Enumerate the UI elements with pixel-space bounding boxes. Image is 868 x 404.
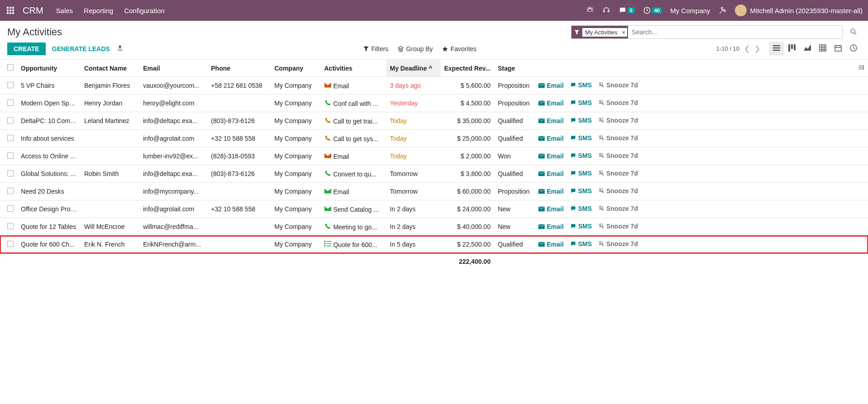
favorites-button[interactable]: Favorites <box>442 45 477 52</box>
cell-contact[interactable] <box>81 183 139 200</box>
sms-action-button[interactable]: SMS <box>570 205 592 212</box>
email-action-button[interactable]: Email <box>538 100 563 107</box>
cell-contact[interactable]: Will McEncroe <box>81 218 139 236</box>
cell-activity[interactable]: Meeting to go... <box>321 218 386 236</box>
cell-opportunity[interactable]: Global Solutions: ... <box>17 165 81 183</box>
sms-action-button[interactable]: SMS <box>570 81 592 89</box>
cell-opportunity[interactable]: Need 20 Desks <box>17 183 81 200</box>
cell-opportunity[interactable]: 5 VP Chairs <box>17 77 81 95</box>
cell-activity[interactable]: Call to get trai... <box>321 112 386 130</box>
search-input[interactable] <box>628 29 842 36</box>
col-stage[interactable]: Stage <box>494 60 535 77</box>
cell-phone[interactable]: +32 10 588 558 <box>207 200 271 218</box>
cell-stage[interactable]: Qualified <box>494 165 535 183</box>
col-contact[interactable]: Contact Name <box>81 60 139 77</box>
cell-expected-rev[interactable]: $ 4,500.00 <box>441 95 494 112</box>
cell-stage[interactable]: Proposition <box>494 95 535 112</box>
col-company[interactable]: Company <box>271 60 321 77</box>
company-switcher[interactable]: My Company <box>670 7 710 14</box>
cell-expected-rev[interactable]: $ 35,000.00 <box>441 112 494 130</box>
cell-expected-rev[interactable]: $ 22,500.00 <box>441 236 494 253</box>
apps-icon[interactable] <box>5 5 15 15</box>
debug-icon[interactable] <box>586 6 594 14</box>
cell-email[interactable]: info@deltapc.exa... <box>139 165 207 183</box>
menu-sales[interactable]: Sales <box>56 7 73 14</box>
cell-deadline[interactable]: Today <box>386 130 441 147</box>
cell-activity[interactable]: Email <box>321 147 386 165</box>
cell-company[interactable]: My Company <box>271 77 321 95</box>
email-action-button[interactable]: Email <box>538 205 563 213</box>
col-expected-rev[interactable]: Expected Rev... <box>441 60 494 77</box>
cell-deadline[interactable]: In 2 days <box>386 200 441 218</box>
row-checkbox[interactable] <box>7 117 14 124</box>
cell-email[interactable]: info@mycompany... <box>139 183 207 200</box>
cell-contact[interactable]: Erik N. French <box>81 236 139 253</box>
cell-company[interactable]: My Company <box>271 200 321 218</box>
cell-company[interactable]: My Company <box>271 147 321 165</box>
col-opportunity[interactable]: Opportunity <box>17 60 81 77</box>
cell-email[interactable]: henry@elight.com <box>139 95 207 112</box>
cell-phone[interactable] <box>207 183 271 200</box>
cell-opportunity[interactable]: Quote for 12 Tables <box>17 218 81 236</box>
menu-reporting[interactable]: Reporting <box>84 7 113 14</box>
table-row[interactable]: DeltaPC: 10 Comp... Leland Martinez info… <box>0 112 868 130</box>
cell-email[interactable]: lumber-inv92@ex... <box>139 147 207 165</box>
snooze-action-button[interactable]: Snooze 7d <box>598 99 638 106</box>
cell-deadline[interactable]: Yesterday <box>386 95 441 112</box>
cell-stage[interactable]: Qualified <box>494 112 535 130</box>
sms-action-button[interactable]: SMS <box>570 170 592 177</box>
generate-leads-button[interactable]: GENERATE LEADS <box>52 45 110 52</box>
optional-columns-icon[interactable] <box>854 60 868 77</box>
cell-company[interactable]: My Company <box>271 165 321 183</box>
cell-email[interactable]: willmac@rediffma... <box>139 218 207 236</box>
search-icon[interactable] <box>846 28 861 37</box>
table-row[interactable]: Modern Open Spa... Henry Jordan henry@el… <box>0 95 868 112</box>
sms-action-button[interactable]: SMS <box>570 134 592 142</box>
pager-next-icon[interactable]: ❯ <box>754 44 760 53</box>
cell-company[interactable]: My Company <box>271 130 321 147</box>
support-icon[interactable] <box>602 6 610 14</box>
row-checkbox[interactable] <box>7 170 14 176</box>
facet-remove-icon[interactable]: × <box>620 28 628 37</box>
email-action-button[interactable]: Email <box>538 152 563 160</box>
cell-stage[interactable]: Won <box>494 147 535 165</box>
cell-email[interactable]: vauxoo@yourcom... <box>139 77 207 95</box>
cell-activity[interactable]: Conf call with ... <box>321 95 386 112</box>
view-activity-icon[interactable] <box>846 42 861 56</box>
cell-email[interactable]: ErikNFrench@arm... <box>139 236 207 253</box>
cell-contact[interactable]: Leland Martinez <box>81 112 139 130</box>
email-action-button[interactable]: Email <box>538 188 563 195</box>
cell-contact[interactable]: Henry Jordan <box>81 95 139 112</box>
tools-icon[interactable] <box>719 6 727 14</box>
row-checkbox[interactable] <box>7 100 14 106</box>
snooze-action-button[interactable]: Snooze 7d <box>598 223 638 230</box>
cell-stage[interactable]: Proposition <box>494 183 535 200</box>
sms-action-button[interactable]: SMS <box>570 240 592 247</box>
cell-activity[interactable]: Email <box>321 77 386 95</box>
view-graph-icon[interactable] <box>800 42 815 56</box>
cell-deadline[interactable]: In 5 days <box>386 236 441 253</box>
cell-phone[interactable] <box>207 218 271 236</box>
table-row[interactable]: 5 VP Chairs Benjamin Flores vauxoo@yourc… <box>0 77 868 95</box>
cell-stage[interactable]: New <box>494 200 535 218</box>
cell-deadline[interactable]: Tomorrow <box>386 183 441 200</box>
cell-email[interactable]: info@agrolait.com <box>139 200 207 218</box>
snooze-action-button[interactable]: Snooze 7d <box>598 205 638 212</box>
cell-expected-rev[interactable]: $ 40,000.00 <box>441 218 494 236</box>
cell-opportunity[interactable]: DeltaPC: 10 Comp... <box>17 112 81 130</box>
cell-phone[interactable]: (828)-316-0593 <box>207 147 271 165</box>
table-row[interactable]: Need 20 Desks info@mycompany... My Compa… <box>0 183 868 200</box>
col-phone[interactable]: Phone <box>207 60 271 77</box>
cell-opportunity[interactable]: Quote for 600 Ch... <box>17 236 81 253</box>
snooze-action-button[interactable]: Snooze 7d <box>598 81 638 89</box>
view-kanban-icon[interactable] <box>785 42 799 56</box>
cell-contact[interactable] <box>81 147 139 165</box>
cell-activity[interactable]: Quote for 600... <box>321 236 386 253</box>
cell-activity[interactable]: Call to get sys... <box>321 130 386 147</box>
create-button[interactable]: CREATE <box>7 43 46 55</box>
snooze-action-button[interactable]: Snooze 7d <box>598 152 638 159</box>
menu-configuration[interactable]: Configuration <box>124 7 164 14</box>
row-checkbox[interactable] <box>7 188 14 194</box>
sms-action-button[interactable]: SMS <box>570 187 592 195</box>
cell-opportunity[interactable]: Info about services <box>17 130 81 147</box>
